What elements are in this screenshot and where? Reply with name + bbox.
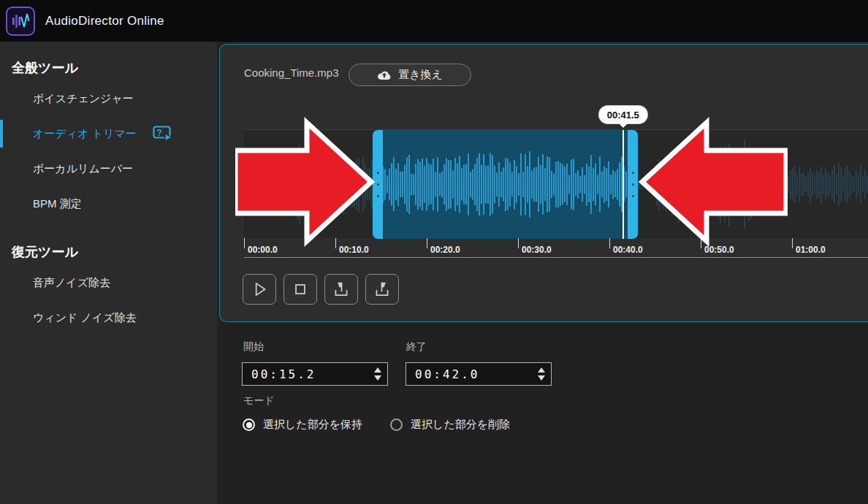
app-title: AudioDirector Online	[45, 14, 164, 28]
app-logo-icon	[6, 7, 35, 36]
sidebar-item-audio-trimmer[interactable]: オーディオ トリマー ?	[0, 116, 217, 151]
sidebar-item-wind-denoise[interactable]: ウィンド ノイズ除去	[0, 300, 217, 335]
start-time-spinner	[374, 367, 387, 381]
mark-end-icon	[373, 280, 392, 299]
stop-icon	[291, 280, 310, 299]
sidebar-section-title: 全般ツール	[0, 59, 217, 81]
play-button[interactable]	[243, 274, 276, 305]
audiodirector-app: AudioDirector Online 全般ツール ボイスチェンジャー オーデ…	[0, 0, 868, 504]
playhead-line	[623, 130, 624, 239]
mode-keep-selection-radio[interactable]: 選択した部分を保持	[243, 418, 362, 432]
end-time-spinner	[538, 367, 551, 381]
spin-down-icon[interactable]	[538, 375, 545, 381]
radio-label: 選択した部分を削除	[411, 418, 510, 432]
sidebar-item-label: BPM 測定	[33, 197, 82, 211]
spin-up-icon[interactable]	[538, 367, 545, 373]
cloud-upload-icon	[377, 69, 392, 80]
end-time-input[interactable]: 00:42.0	[406, 362, 552, 386]
timeline-ruler: 00:00.0 00:10.0 00:20.0 00:30.0 00:40.0 …	[244, 238, 868, 258]
transport-controls	[243, 274, 399, 305]
mark-end-button[interactable]	[365, 274, 399, 305]
svg-text:?: ?	[156, 128, 161, 138]
end-label: 終了	[406, 340, 427, 354]
radio-icon	[243, 419, 255, 431]
mark-start-icon	[332, 280, 351, 299]
sidebar-section-restore: 復元ツール 音声ノイズ除去 ウィンド ノイズ除去	[0, 221, 217, 335]
sidebar-item-vocal-remover[interactable]: ボーカルリムーバー	[0, 151, 217, 186]
help-tutorial-icon[interactable]: ?	[153, 126, 172, 142]
sidebar-section-general: 全般ツール ボイスチェンジャー オーディオ トリマー ? ボーカルリムーバー B…	[0, 42, 217, 221]
playhead-time-tooltip: 00:41.5	[599, 106, 647, 123]
sidebar-item-label: ボーカルリムーバー	[33, 162, 133, 176]
sidebar-item-audio-denoise[interactable]: 音声ノイズ除去	[0, 265, 217, 300]
spin-up-icon[interactable]	[374, 367, 381, 373]
trim-start-handle[interactable]	[373, 130, 383, 239]
sidebar-item-bpm[interactable]: BPM 測定	[0, 186, 217, 221]
trimmer-panel: Cooking_Time.mp3 置き換え 00:41.5 00:00.0 00…	[219, 44, 868, 322]
start-time-value[interactable]: 00:15.2	[243, 367, 374, 381]
replace-file-button[interactable]: 置き換え	[349, 64, 471, 86]
sidebar-item-voice-changer[interactable]: ボイスチェンジャー	[0, 81, 217, 116]
radio-icon	[390, 419, 403, 431]
replace-button-label: 置き換え	[398, 68, 443, 82]
play-icon	[250, 280, 269, 299]
sidebar-item-label: 音声ノイズ除去	[33, 276, 110, 290]
mode-options: 選択した部分を保持 選択した部分を削除	[243, 418, 510, 432]
radio-label: 選択した部分を保持	[263, 418, 362, 432]
mode-label: モード	[243, 394, 275, 408]
sidebar-section-title: 復元ツール	[0, 243, 217, 265]
start-label: 開始	[243, 340, 264, 354]
spin-down-icon[interactable]	[374, 375, 381, 381]
trim-end-handle[interactable]	[628, 130, 638, 239]
file-name: Cooking_Time.mp3	[244, 66, 339, 79]
sidebar-item-label: ウィンド ノイズ除去	[33, 311, 137, 325]
waveform-graphic	[244, 130, 868, 239]
top-bar: AudioDirector Online	[0, 0, 868, 42]
waveform-track[interactable]	[244, 129, 868, 238]
mode-delete-selection-radio[interactable]: 選択した部分を削除	[390, 418, 510, 432]
mark-start-button[interactable]	[324, 274, 358, 305]
sidebar-item-label: オーディオ トリマー	[33, 127, 137, 141]
start-time-input[interactable]: 00:15.2	[242, 362, 388, 386]
sidebar: 全般ツール ボイスチェンジャー オーディオ トリマー ? ボーカルリムーバー B…	[0, 42, 217, 504]
end-time-value[interactable]: 00:42.0	[406, 367, 538, 381]
sidebar-item-label: ボイスチェンジャー	[33, 92, 134, 106]
stop-button[interactable]	[283, 274, 317, 305]
